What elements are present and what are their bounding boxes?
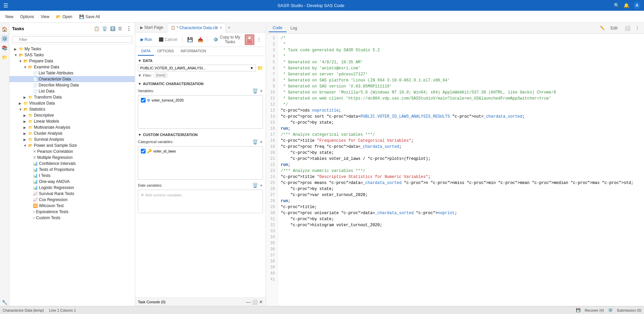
rail-tasks[interactable]: ⚙️ (1, 35, 8, 42)
cat-var-name: voter_id_laws (153, 149, 176, 153)
copy-to-my-tasks-button[interactable]: ⚙️ Copy to My Tasks (211, 34, 244, 45)
tree-multivariate[interactable]: ▶ 📁 Multivariate Analysis (9, 124, 135, 130)
save-icon-button[interactable]: 💾 (185, 36, 195, 43)
hamburger-icon[interactable]: ☰ (3, 2, 8, 9)
custom-char-header[interactable]: ▼ CUSTOM CHARACTERIZATION (138, 133, 263, 137)
filter-tag[interactable]: (none) (153, 73, 168, 78)
tree-characterize-data[interactable]: ▶ 📄 Characterize Data (9, 76, 135, 82)
tree-one-way[interactable]: ▶ 📊 One-way ANOVA (9, 179, 135, 185)
menu-new[interactable]: New (3, 13, 16, 20)
item-cox-icon: 📈 (33, 197, 38, 202)
tree-transform-data[interactable]: ▶ 📁 Transform Data (9, 94, 135, 100)
console-minimize-button[interactable]: — (246, 299, 251, 305)
data-tab-information[interactable]: INFORMATION (177, 47, 209, 56)
tree-examine-data[interactable]: ▼ 📂 Examine Data (9, 64, 135, 70)
tree-list-table[interactable]: ▶ 📄 List Table Attributes (9, 70, 135, 76)
code-tab-log[interactable]: Log (286, 24, 301, 32)
tree-t-tests[interactable]: ▶ 📊 t Tests (9, 173, 135, 179)
tab-close-icon[interactable]: ✕ (219, 26, 222, 29)
tasks-list-icon[interactable]: ☰ (117, 25, 123, 32)
rail-home[interactable]: 🏠 (1, 25, 8, 33)
tree-logistic[interactable]: ▶ 📊 Logistic Regression (9, 185, 135, 191)
tree-wilcoxon[interactable]: ▶ 🔀 Wilcoxon Test (9, 203, 135, 209)
date-delete-button[interactable]: 🗑️ (252, 182, 258, 188)
tree-linear-models[interactable]: ▶ 📁 Linear Models (9, 118, 135, 124)
code-more-button[interactable]: ⋮ (633, 24, 641, 32)
menu-save-all[interactable]: 💾 Save All (76, 13, 103, 20)
tree-power-sample[interactable]: ▼ 📂 Power and Sample Size (9, 142, 135, 148)
tree-statistics[interactable]: ▼ 📂 Statistics (9, 106, 135, 112)
cancel-button[interactable]: ⬛ Cancel (156, 36, 180, 43)
date-add-button[interactable]: + (260, 182, 263, 188)
tab-characterize[interactable]: 📋 * Characterize Data.ctk ✕ (167, 23, 226, 33)
data-browse-icon[interactable]: 📁 (257, 65, 263, 71)
rail-history[interactable]: 🔧 (1, 299, 8, 306)
edit-label[interactable]: Edit (606, 24, 622, 32)
search-icon[interactable]: 🔍 (614, 3, 620, 8)
tree-cox[interactable]: ▶ 📈 Cox Regression (9, 197, 135, 203)
tree-survival-rank[interactable]: ▶ 📈 Survival Rank Tests (9, 191, 135, 197)
tree-sas-tasks[interactable]: ▼ 📂 SAS Tasks (9, 52, 135, 58)
bell-icon[interactable]: 🔔 (624, 3, 629, 8)
top-bar: ☰ SAS® Studio - Develop SAS Code 🔍 🔔 A (0, 0, 644, 11)
menu-options[interactable]: Options (17, 13, 37, 20)
tasks-add-icon[interactable]: 📋 (93, 25, 100, 32)
code-editor[interactable]: 1234567891011121314151617181920212223242… (266, 34, 644, 306)
tab-start-page[interactable]: ▶ Start Page (137, 23, 167, 32)
data-dropdown[interactable]: PUBLIC.VOTER_ID_LAWS_ANALYSI... ▼ (138, 65, 256, 71)
tasks-toolbar: 📋 🗑️ ⬆️ ☰ ⋮ (93, 25, 132, 33)
tree-pearson[interactable]: ▶ ✕ Pearson Correlation (9, 148, 135, 154)
tree-my-tasks[interactable]: ▶ 📁 My Tasks (9, 46, 135, 52)
rail-files[interactable]: 📁 (1, 54, 8, 61)
var-add-button[interactable]: + (260, 88, 263, 94)
rail-libraries[interactable]: 📚 (1, 44, 8, 52)
tree-custom-tests[interactable]: ▶ ≈ Custom Tests (9, 215, 135, 221)
data-section-header[interactable]: ▼ DATA (138, 59, 263, 63)
tree-prepare-data[interactable]: ▼ 📂 Prepare Data (9, 58, 135, 64)
tree-custom-tests-label: Custom Tests (36, 215, 60, 220)
tree-cluster[interactable]: ▶ 📁 Cluster Analysis (9, 130, 135, 136)
run-button[interactable]: ▶ Run (138, 36, 155, 43)
console-close-button[interactable]: ✕ (259, 299, 263, 305)
cat-var-checkbox[interactable] (141, 149, 146, 153)
tree-arrow-transform: ▶ (23, 96, 28, 99)
date-label: Date variables: (138, 183, 162, 187)
recover-label[interactable]: Recover (4) (585, 308, 604, 312)
tree-descriptive[interactable]: ▶ 📁 Descriptive (9, 112, 135, 118)
data-tab-data[interactable]: DATA (138, 47, 154, 56)
cat-delete-button[interactable]: 🗑️ (252, 139, 258, 145)
tree-confidence[interactable]: ▶ 📊 Confidence Intervals (9, 161, 135, 167)
submission-label[interactable]: Submission (0) (617, 308, 641, 312)
var-delete-button[interactable]: 🗑️ (252, 88, 258, 94)
folder-power-icon: 📂 (28, 143, 33, 148)
tree-list-data[interactable]: ▶ 📄 List Data (9, 88, 135, 94)
cat-add-button[interactable]: + (260, 139, 263, 145)
badge-button[interactable]: 📋 (0) (245, 35, 254, 45)
export-icon-button[interactable]: 📤 (196, 36, 205, 43)
menu-open[interactable]: 📂 Open (53, 13, 75, 20)
tree-equivalence[interactable]: ▶ ≈ Equivalence Tests (9, 209, 135, 215)
toolbar-more-button[interactable]: ⋮ (255, 36, 263, 43)
tree-characterize-label: Characterize Data (39, 77, 71, 81)
tasks-filter-input[interactable] (12, 36, 132, 43)
data-tab-options[interactable]: OPTIONS (154, 47, 177, 56)
tree-describe-missing[interactable]: ▶ 📄 Describe Missing Data (9, 82, 135, 88)
tree-visualize-data[interactable]: ▶ 📁 Visualize Data (9, 100, 135, 106)
tasks-delete-icon[interactable]: 🗑️ (101, 25, 108, 32)
auto-char-header[interactable]: ▼ AUTOMATIC CHARACTERIZATION (138, 82, 263, 86)
tree-arrow-descriptive: ▶ (23, 114, 28, 117)
tree-survival[interactable]: ▶ 📁 Survival Analysis (9, 136, 135, 142)
code-content[interactable]: /* * * Task code generated by SAS® Studi… (278, 34, 644, 306)
tasks-more-icon[interactable]: ⋮ (125, 25, 132, 33)
console-maximize-button[interactable]: ⬜ (252, 299, 258, 305)
menu-view[interactable]: View (38, 13, 52, 20)
user-icon[interactable]: A (633, 2, 641, 9)
var-checkbox[interactable] (141, 98, 146, 103)
code-tab-code[interactable]: Code (269, 24, 286, 32)
code-minimize-button[interactable]: ⬜ (623, 24, 632, 32)
tree-t-tests-label: t Tests (39, 173, 50, 178)
tasks-up-icon[interactable]: ⬆️ (109, 25, 116, 32)
tree-multiple-reg[interactable]: ▶ ✕ Multiple Regression (9, 154, 135, 161)
tab-add-button[interactable]: + (226, 23, 232, 32)
tree-tests-prop[interactable]: ▶ 📊 Tests of Proportions (9, 167, 135, 173)
